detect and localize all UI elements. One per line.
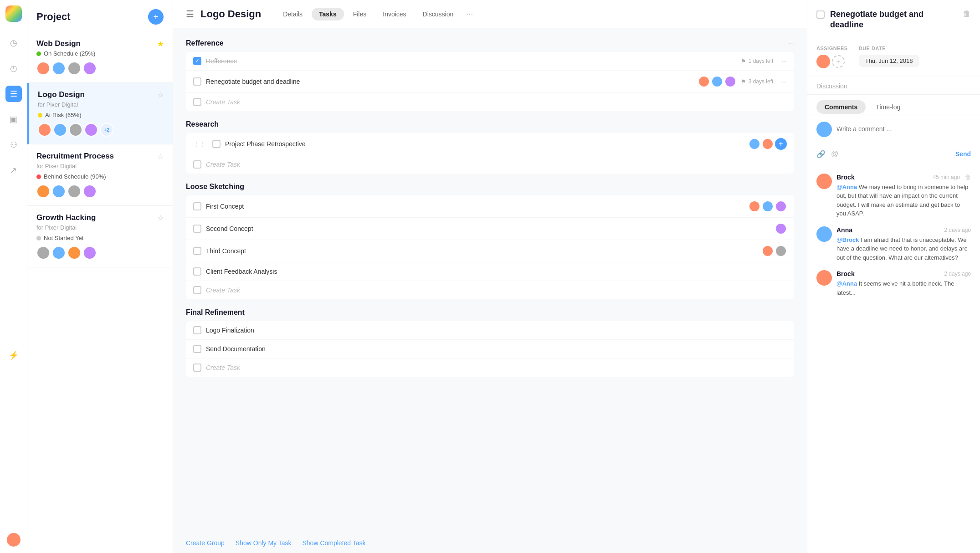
create-group-button[interactable]: Create Group — [186, 539, 225, 547]
comment-header: Anna 2 days ago — [836, 226, 971, 234]
icon-sidebar: ◷ ◴ ☰ ▣ ⚇ ↗ ⚡ — [0, 0, 27, 553]
task-checkbox-create-final[interactable] — [193, 364, 201, 372]
comment-text-brock-1: @Anna We may need to bring in someone to… — [836, 183, 971, 218]
tab-invoices[interactable]: Invoices — [375, 8, 413, 20]
project-name-growth-hacking: Growth Hacking — [36, 213, 96, 222]
panel-tab-comments[interactable]: Comments — [816, 100, 866, 114]
hamburger-icon[interactable]: ☰ — [186, 9, 194, 20]
project-card-web-design[interactable]: Web Design ★ On Schedule (25%) — [27, 32, 173, 83]
task-more-icon[interactable]: ··· — [781, 78, 787, 85]
main-header: ☰ Logo Design Details Tasks Files Invoic… — [173, 0, 807, 28]
tasks-nav-icon[interactable]: ☰ — [5, 86, 22, 102]
task-checkbox-retrospective[interactable] — [212, 140, 221, 148]
avatar — [67, 246, 81, 260]
tab-tasks[interactable]: Tasks — [312, 8, 344, 20]
section-more-reference[interactable]: ··· — [788, 39, 794, 47]
tab-details[interactable]: Details — [276, 8, 310, 20]
section-row-loose-sketching: Loose Sketching — [186, 183, 794, 191]
task-row[interactable]: Create Task — [186, 155, 794, 174]
meta-avatar — [816, 55, 830, 68]
comment-author-brock-2: Brock — [836, 270, 855, 277]
task-label-renegotiate: Renegotiate budget and deadline — [206, 78, 693, 85]
task-row: Third Concept — [186, 240, 794, 262]
task-row[interactable]: Create Task — [186, 358, 794, 377]
task-checkbox-client-feedback[interactable] — [193, 267, 201, 276]
task-row: Renegotiate budget and deadline ⚑ 3 days… — [186, 71, 794, 93]
task-checkbox-create-sketch[interactable] — [193, 286, 201, 294]
attachment-icon[interactable]: 🔗 — [816, 150, 826, 159]
avatar-row-growth-hacking — [36, 246, 164, 260]
section-row-research: Research — [186, 120, 794, 128]
task-more-icon[interactable]: ··· — [781, 57, 787, 65]
panel-tab-time-log[interactable]: Time-log — [867, 100, 908, 114]
mention-icon[interactable]: @ — [831, 150, 838, 158]
task-checkbox-refference[interactable]: ✓ — [193, 57, 201, 65]
project-card-growth-hacking[interactable]: Growth Hacking ☆ for Pixer Digital Not S… — [27, 206, 173, 267]
task-row: Client Feedback Analysis — [186, 262, 794, 281]
history-icon[interactable]: ◴ — [5, 60, 22, 77]
star-icon-logo-design[interactable]: ☆ — [157, 91, 164, 99]
comment-body: Brock 2 days ago @Anna It seems we've hi… — [836, 270, 971, 297]
mention-link[interactable]: @Anna — [836, 280, 857, 287]
star-icon-growth-hacking[interactable]: ☆ — [157, 214, 164, 222]
tab-discussion[interactable]: Discussion — [416, 8, 461, 20]
show-completed-button[interactable]: Show Completed Task — [303, 539, 366, 547]
avatar — [53, 123, 67, 137]
task-checkbox-renegotiate[interactable] — [193, 77, 201, 86]
comment-author-brock-1: Brock — [836, 174, 855, 181]
task-label-first-concept: First Concept — [206, 203, 744, 210]
task-checkbox-third-concept[interactable] — [193, 247, 201, 255]
task-avatar — [762, 245, 774, 257]
page-title: Logo Design — [200, 8, 261, 20]
comment-delete-icon[interactable]: 🗑 — [965, 174, 971, 181]
more-tabs-icon[interactable]: ··· — [466, 9, 473, 19]
add-assignee-button[interactable]: + — [775, 138, 787, 150]
send-comment-button[interactable]: Send — [955, 150, 971, 158]
mention-link[interactable]: @Brock — [836, 236, 859, 243]
packages-icon[interactable]: ▣ — [5, 111, 22, 128]
show-my-task-button[interactable]: Show Only My Task — [236, 539, 292, 547]
bottom-bar: Create Group Show Only My Task Show Comp… — [173, 533, 807, 553]
section-row-final-refinement: Final Refinement — [186, 308, 794, 317]
dashboard-icon[interactable]: ◷ — [5, 35, 22, 51]
user-avatar[interactable] — [6, 532, 21, 548]
task-row[interactable]: Create Task — [186, 281, 794, 299]
lightning-icon[interactable]: ⚡ — [5, 347, 22, 364]
due-date-pill[interactable]: Thu, Jun 12, 2018 — [859, 55, 919, 67]
drag-handle-icon[interactable]: ⋮⋮ — [193, 140, 206, 148]
comment-input[interactable] — [836, 122, 971, 136]
star-icon-recruitment[interactable]: ☆ — [157, 152, 164, 161]
task-row[interactable]: Create Task — [186, 93, 794, 111]
comment-text-brock-2: @Anna It seems we've hit a bottle neck. … — [836, 279, 971, 297]
tab-files[interactable]: Files — [346, 8, 374, 20]
task-avatar — [749, 138, 760, 150]
team-icon[interactable]: ⚇ — [5, 137, 22, 153]
current-user-avatar — [816, 122, 832, 137]
comment-avatar-brock-1 — [816, 174, 832, 189]
task-assignees-renegotiate — [698, 76, 736, 87]
mention-link[interactable]: @Anna — [836, 184, 857, 190]
add-assignee-panel-button[interactable]: + — [832, 55, 845, 68]
task-checkbox-send-documentation[interactable] — [193, 345, 201, 353]
task-checkbox-first-concept[interactable] — [193, 202, 201, 210]
task-label-logo-finalization: Logo Finalization — [206, 327, 787, 334]
status-dot-logo-design — [38, 113, 42, 118]
task-checkbox-logo-finalization[interactable] — [193, 326, 201, 334]
panel-header: Renegotiate budget and deadline 🗑 — [807, 0, 980, 38]
panel-task-checkbox[interactable] — [816, 10, 825, 19]
task-checkbox-create-ref[interactable] — [193, 98, 201, 106]
task-checkbox-second-concept[interactable] — [193, 225, 201, 233]
comment-header: Brock 2 days ago — [836, 270, 971, 277]
project-sub-growth-hacking: for Pixer Digital — [36, 224, 164, 231]
task-avatar — [775, 245, 787, 257]
add-project-button[interactable]: + — [148, 9, 164, 25]
meta-assignees: + — [816, 55, 848, 68]
comment-area: 🔗 @ Send Brock 45 min ago 🗑 @Anna We may… — [807, 114, 980, 553]
project-card-logo-design[interactable]: Logo Design ☆ for Pixer Digital At Risk … — [27, 83, 173, 144]
task-checkbox-create-research[interactable] — [193, 160, 201, 169]
analytics-icon[interactable]: ↗ — [5, 162, 22, 179]
star-icon-web-design[interactable]: ★ — [157, 40, 164, 48]
project-card-recruitment[interactable]: Recruitment Process ☆ for Pixer Digital … — [27, 144, 173, 206]
task-avatar — [711, 76, 723, 87]
trash-icon[interactable]: 🗑 — [963, 9, 971, 19]
